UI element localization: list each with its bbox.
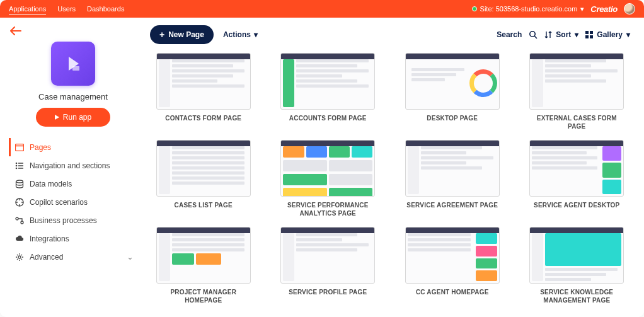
gallery-card[interactable]: PROJECT MANAGER HOMEPAGE [150, 227, 257, 304]
process-icon [14, 216, 24, 225]
nav-dashboards[interactable]: Dashboards [87, 3, 124, 15]
run-label: Run app [63, 113, 91, 122]
page-thumbnail [405, 227, 500, 284]
brand-logo: Creatio [590, 4, 618, 14]
card-label: ACCOUNTS FORM PAGE [289, 114, 367, 122]
site-label: Site: 503568-studio.creatio.com [480, 5, 578, 13]
gallery-card[interactable]: SERVICE AGENT DESKTOP [524, 140, 631, 217]
avatar[interactable] [624, 3, 635, 14]
chevron-down-icon: ▾ [575, 30, 578, 39]
back-button[interactable] [9, 24, 137, 38]
database-icon [14, 179, 24, 188]
svg-rect-17 [590, 31, 593, 34]
card-label: CC AGENT HOMEPAGE [416, 288, 489, 296]
app-tile [51, 42, 95, 86]
sidebar: Case management Run app Pages Navigation… [0, 18, 146, 317]
svg-rect-16 [585, 31, 589, 34]
gallery-card[interactable]: SERVICE AGREEMENT PAGE [399, 140, 506, 217]
chevron-down-icon: ▾ [580, 5, 584, 13]
gallery-card[interactable]: SERVICE PROFILE PAGE [275, 227, 382, 304]
svg-point-14 [530, 32, 535, 37]
page-thumbnail [280, 140, 375, 197]
svg-point-11 [16, 217, 18, 220]
side-nav: Pages Navigation and sections Data model… [9, 138, 137, 266]
status-dot-icon [472, 6, 477, 11]
new-page-button[interactable]: + New Page [150, 25, 214, 44]
card-label: SERVICE AGREEMENT PAGE [406, 201, 498, 209]
app-title: Case management [9, 92, 137, 101]
svg-point-10 [16, 180, 23, 183]
cloud-icon [14, 234, 24, 243]
sidebar-item-copilot[interactable]: Copilot scenarios [9, 193, 137, 211]
svg-rect-2 [15, 144, 23, 151]
new-page-label: New Page [168, 30, 204, 39]
actions-menu[interactable]: Actions ▾ [221, 30, 260, 39]
card-label: CASES LIST PAGE [175, 201, 233, 209]
sort-label: Sort [556, 30, 571, 39]
card-label: SERVICE AGENT DESKTOP [534, 201, 619, 209]
site-selector[interactable]: Site: 503568-studio.creatio.com ▾ [472, 5, 585, 13]
svg-point-12 [21, 221, 23, 224]
svg-rect-19 [590, 35, 593, 38]
card-label: SERVICE PERFORMANCE ANALYTICS PAGE [280, 201, 375, 217]
sidebar-item-label: Copilot scenarios [30, 198, 88, 207]
svg-point-6 [15, 167, 17, 169]
grid-icon [585, 31, 593, 38]
page-thumbnail [280, 53, 375, 110]
svg-point-4 [15, 162, 17, 164]
gallery-card[interactable]: CC AGENT HOMEPAGE [399, 227, 506, 304]
play-icon [55, 115, 59, 120]
sidebar-item-label: Pages [30, 143, 51, 152]
sidebar-item-navigation[interactable]: Navigation and sections [9, 156, 137, 175]
sort-icon [544, 31, 552, 38]
chevron-down-icon: ⌄ [127, 252, 134, 262]
gallery-card[interactable]: EXTERNAL CASES FORM PAGE [524, 53, 631, 130]
sidebar-item-integrations[interactable]: Integrations [9, 229, 137, 248]
page-thumbnail [529, 227, 624, 284]
copilot-icon [14, 197, 24, 207]
gear-icon [14, 252, 24, 262]
page-thumbnail [405, 53, 500, 110]
sidebar-item-processes[interactable]: Business processes [9, 211, 137, 229]
search-button[interactable]: Search [497, 30, 522, 39]
page-thumbnail [405, 140, 500, 197]
svg-point-5 [15, 164, 17, 166]
toolbar: + New Page Actions ▾ Search [150, 25, 630, 44]
card-label: EXTERNAL CASES FORM PAGE [529, 114, 624, 130]
gallery-card[interactable]: SERVICE PERFORMANCE ANALYTICS PAGE [275, 140, 382, 217]
gallery-card[interactable]: ACCOUNTS FORM PAGE [275, 53, 382, 130]
sort-button[interactable]: Sort ▾ [544, 30, 578, 39]
svg-point-13 [18, 256, 21, 258]
page-thumbnail [156, 227, 251, 284]
sidebar-item-advanced[interactable]: Advanced ⌄ [9, 248, 137, 266]
sidebar-item-label: Business processes [30, 216, 97, 225]
card-label: SERVICE PROFILE PAGE [289, 288, 367, 296]
page-thumbnail [156, 140, 251, 197]
card-label: DESKTOP PAGE [427, 114, 478, 122]
page-thumbnail [156, 53, 251, 110]
card-label: PROJECT MANAGER HOMEPAGE [156, 288, 251, 304]
gallery-card[interactable]: CASES LIST PAGE [150, 140, 257, 217]
topbar: Applications Users Dashboards Site: 5035… [0, 0, 644, 18]
gallery-card[interactable]: DESKTOP PAGE [399, 53, 506, 130]
actions-label: Actions [223, 30, 251, 39]
sidebar-item-label: Integrations [30, 234, 69, 243]
run-app-button[interactable]: Run app [36, 108, 110, 127]
gallery-card[interactable]: SERVICE KNOWLEDGE MANAGEMENT PAGE [524, 227, 631, 304]
search-icon[interactable] [529, 30, 538, 39]
page-thumbnail [529, 140, 624, 197]
page-thumbnail [529, 53, 624, 110]
sidebar-item-label: Advanced [30, 253, 63, 262]
gallery-view-button[interactable]: Gallery ▾ [585, 30, 630, 39]
page-thumbnail [280, 227, 375, 284]
gallery-card[interactable]: CONTACTS FORM PAGE [150, 53, 257, 130]
card-label: SERVICE KNOWLEDGE MANAGEMENT PAGE [529, 288, 624, 304]
main: + New Page Actions ▾ Search [146, 18, 644, 317]
svg-line-15 [535, 36, 538, 38]
chevron-down-icon: ▾ [254, 30, 258, 39]
sidebar-item-pages[interactable]: Pages [9, 138, 137, 156]
nav-users[interactable]: Users [57, 3, 76, 15]
search-label: Search [497, 30, 522, 39]
nav-applications[interactable]: Applications [9, 3, 46, 15]
sidebar-item-data-models[interactable]: Data models [9, 175, 137, 193]
